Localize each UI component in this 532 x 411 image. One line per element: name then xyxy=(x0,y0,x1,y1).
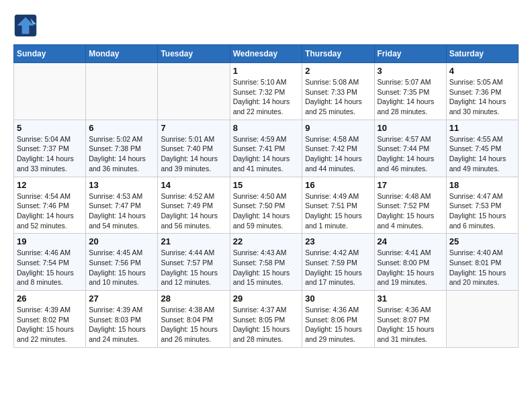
sunset: Sunset: 7:52 PM xyxy=(378,201,430,210)
day-info: Sunrise: 4:47 AM Sunset: 7:53 PM Dayligh… xyxy=(449,191,515,231)
day-number: 15 xyxy=(233,180,300,190)
day-info: Sunrise: 4:52 AM Sunset: 7:49 PM Dayligh… xyxy=(161,191,226,231)
day-info: Sunrise: 4:49 AM Sunset: 7:51 PM Dayligh… xyxy=(305,191,371,231)
day-info: Sunrise: 5:08 AM Sunset: 7:33 PM Dayligh… xyxy=(305,77,371,117)
calendar-week-3: 12 Sunrise: 4:54 AM Sunset: 7:46 PM Dayl… xyxy=(14,177,519,234)
calendar-cell: 18 Sunrise: 4:47 AM Sunset: 7:53 PM Dayl… xyxy=(446,177,518,234)
sunset: Sunset: 7:35 PM xyxy=(378,88,430,96)
sunset: Sunset: 8:05 PM xyxy=(233,316,285,324)
sunset: Sunset: 7:36 PM xyxy=(449,88,502,96)
sunrise: Sunrise: 5:02 AM xyxy=(89,135,142,143)
day-info: Sunrise: 4:50 AM Sunset: 7:50 PM Dayligh… xyxy=(233,191,300,231)
calendar-cell: 3 Sunrise: 5:07 AM Sunset: 7:35 PM Dayli… xyxy=(374,63,446,120)
daylight: Daylight: 15 hours and 31 minutes. xyxy=(378,325,435,343)
sunrise: Sunrise: 4:54 AM xyxy=(17,192,71,200)
day-number: 14 xyxy=(161,180,226,190)
day-info: Sunrise: 4:39 AM Sunset: 8:02 PM Dayligh… xyxy=(17,305,83,345)
day-number: 30 xyxy=(305,293,371,304)
day-number: 5 xyxy=(17,123,83,133)
daylight: Daylight: 15 hours and 8 minutes. xyxy=(17,269,74,287)
day-info: Sunrise: 4:45 AM Sunset: 7:56 PM Dayligh… xyxy=(89,248,154,287)
daylight: Daylight: 15 hours and 28 minutes. xyxy=(233,325,290,343)
sunrise: Sunrise: 4:39 AM xyxy=(89,306,142,314)
day-info: Sunrise: 4:48 AM Sunset: 7:52 PM Dayligh… xyxy=(378,191,443,231)
sunrise: Sunrise: 4:47 AM xyxy=(449,192,503,200)
day-info: Sunrise: 5:05 AM Sunset: 7:36 PM Dayligh… xyxy=(449,77,515,117)
daylight: Daylight: 14 hours and 28 minutes. xyxy=(378,97,435,116)
calendar-cell: 5 Sunrise: 5:04 AM Sunset: 7:37 PM Dayli… xyxy=(14,120,86,177)
daylight: Daylight: 15 hours and 12 minutes. xyxy=(161,269,218,287)
weekday-header-saturday: Saturday xyxy=(446,45,518,63)
day-number: 8 xyxy=(233,123,300,133)
sunset: Sunset: 7:38 PM xyxy=(89,144,141,152)
logo-icon xyxy=(13,13,38,38)
day-info: Sunrise: 4:42 AM Sunset: 7:59 PM Dayligh… xyxy=(305,248,371,287)
weekday-header-tuesday: Tuesday xyxy=(158,45,230,63)
sunrise: Sunrise: 4:42 AM xyxy=(305,248,359,257)
calendar-week-2: 5 Sunrise: 5:04 AM Sunset: 7:37 PM Dayli… xyxy=(14,120,519,177)
sunrise: Sunrise: 4:43 AM xyxy=(233,248,287,257)
sunset: Sunset: 7:44 PM xyxy=(378,144,430,152)
calendar-cell: 13 Sunrise: 4:53 AM Sunset: 7:47 PM Dayl… xyxy=(86,177,158,234)
sunset: Sunset: 7:33 PM xyxy=(305,88,357,96)
day-number: 25 xyxy=(449,236,515,246)
day-number: 22 xyxy=(233,236,300,246)
calendar-cell xyxy=(158,63,230,120)
day-number: 3 xyxy=(378,66,443,76)
daylight: Daylight: 15 hours and 6 minutes. xyxy=(449,212,506,230)
daylight: Daylight: 14 hours and 25 minutes. xyxy=(305,97,362,116)
daylight: Daylight: 14 hours and 39 minutes. xyxy=(161,154,218,173)
daylight: Daylight: 15 hours and 10 minutes. xyxy=(89,269,146,287)
day-number: 19 xyxy=(17,236,83,246)
sunrise: Sunrise: 4:58 AM xyxy=(305,135,359,143)
sunset: Sunset: 7:40 PM xyxy=(161,144,213,152)
sunset: Sunset: 7:49 PM xyxy=(161,201,213,210)
weekday-header-wednesday: Wednesday xyxy=(230,45,302,63)
day-info: Sunrise: 4:39 AM Sunset: 8:03 PM Dayligh… xyxy=(89,305,154,345)
sunset: Sunset: 8:02 PM xyxy=(17,316,69,324)
sunrise: Sunrise: 4:45 AM xyxy=(89,248,142,257)
calendar-cell: 24 Sunrise: 4:41 AM Sunset: 8:00 PM Dayl… xyxy=(374,234,446,291)
sunset: Sunset: 7:45 PM xyxy=(449,144,502,152)
sunset: Sunset: 8:00 PM xyxy=(378,259,430,267)
sunset: Sunset: 7:32 PM xyxy=(233,88,285,96)
calendar-cell: 8 Sunrise: 4:59 AM Sunset: 7:41 PM Dayli… xyxy=(230,120,302,177)
day-number: 18 xyxy=(449,180,515,190)
day-number: 10 xyxy=(378,123,443,133)
daylight: Daylight: 14 hours and 59 minutes. xyxy=(233,212,290,230)
daylight: Daylight: 14 hours and 36 minutes. xyxy=(89,154,146,173)
daylight: Daylight: 14 hours and 54 minutes. xyxy=(89,212,146,230)
calendar-cell: 10 Sunrise: 4:57 AM Sunset: 7:44 PM Dayl… xyxy=(374,120,446,177)
calendar-week-4: 19 Sunrise: 4:46 AM Sunset: 7:54 PM Dayl… xyxy=(14,234,519,291)
calendar-body: 1 Sunrise: 5:10 AM Sunset: 7:32 PM Dayli… xyxy=(14,63,519,348)
daylight: Daylight: 15 hours and 20 minutes. xyxy=(449,269,506,287)
day-number: 17 xyxy=(378,180,443,190)
sunrise: Sunrise: 5:01 AM xyxy=(161,135,214,143)
sunset: Sunset: 7:46 PM xyxy=(17,201,69,210)
sunset: Sunset: 8:04 PM xyxy=(161,316,213,324)
sunset: Sunset: 7:54 PM xyxy=(17,259,69,267)
daylight: Daylight: 15 hours and 26 minutes. xyxy=(161,325,218,343)
calendar-cell: 26 Sunrise: 4:39 AM Sunset: 8:02 PM Dayl… xyxy=(14,291,86,348)
calendar-cell: 22 Sunrise: 4:43 AM Sunset: 7:58 PM Dayl… xyxy=(230,234,302,291)
daylight: Daylight: 14 hours and 44 minutes. xyxy=(305,154,362,173)
day-info: Sunrise: 5:10 AM Sunset: 7:32 PM Dayligh… xyxy=(233,77,300,117)
daylight: Daylight: 15 hours and 19 minutes. xyxy=(378,269,435,287)
calendar-cell xyxy=(446,291,518,348)
day-info: Sunrise: 4:59 AM Sunset: 7:41 PM Dayligh… xyxy=(233,134,300,174)
day-number: 27 xyxy=(89,293,154,304)
day-info: Sunrise: 4:55 AM Sunset: 7:45 PM Dayligh… xyxy=(449,134,515,174)
daylight: Daylight: 15 hours and 29 minutes. xyxy=(305,325,362,343)
day-number: 23 xyxy=(305,236,371,246)
sunrise: Sunrise: 5:04 AM xyxy=(17,135,71,143)
sunset: Sunset: 7:37 PM xyxy=(17,144,69,152)
sunrise: Sunrise: 4:41 AM xyxy=(378,248,431,257)
sunset: Sunset: 7:57 PM xyxy=(161,259,213,267)
calendar-cell: 19 Sunrise: 4:46 AM Sunset: 7:54 PM Dayl… xyxy=(14,234,86,291)
calendar-cell: 15 Sunrise: 4:50 AM Sunset: 7:50 PM Dayl… xyxy=(230,177,302,234)
sunrise: Sunrise: 4:57 AM xyxy=(378,135,431,143)
day-number: 28 xyxy=(161,293,226,304)
sunrise: Sunrise: 4:59 AM xyxy=(233,135,287,143)
sunset: Sunset: 8:03 PM xyxy=(89,316,141,324)
weekday-header-row: SundayMondayTuesdayWednesdayThursdayFrid… xyxy=(14,45,519,63)
